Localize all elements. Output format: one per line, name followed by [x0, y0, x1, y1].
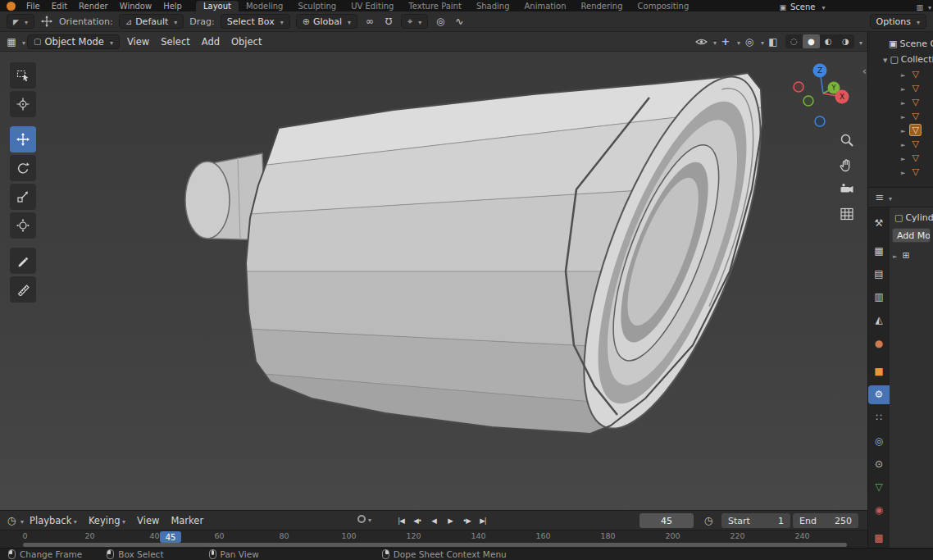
- orientation-dropdown[interactable]: Default: [119, 14, 184, 29]
- timeline-editor-type-icon[interactable]: [5, 513, 18, 528]
- visibility-eye-icon[interactable]: [695, 34, 708, 49]
- collapsed-arrow-icon[interactable]: [901, 111, 905, 121]
- view-layer-caret-icon[interactable]: [926, 2, 931, 11]
- outliner-object-row[interactable]: [868, 109, 933, 123]
- topbar-menu[interactable]: Window: [114, 1, 157, 11]
- viewport-menu[interactable]: Object: [225, 36, 267, 48]
- tab-material[interactable]: ◉: [868, 501, 890, 520]
- viewport-menu[interactable]: Add: [196, 36, 225, 48]
- shading-material[interactable]: ◐: [820, 34, 837, 48]
- workspace-tab[interactable]: Rendering: [573, 1, 630, 11]
- timeline-menu[interactable]: Playback: [24, 515, 83, 526]
- workspace-tab[interactable]: Modeling: [239, 1, 291, 11]
- ortho-grid-icon[interactable]: [839, 206, 855, 222]
- shading-solid[interactable]: ●: [803, 34, 820, 48]
- scene-caret-icon[interactable]: [819, 2, 825, 11]
- tab-render[interactable]: ▦: [868, 241, 890, 260]
- tool-transform[interactable]: [10, 212, 36, 239]
- tool-select-box[interactable]: [10, 62, 36, 89]
- tab-tool[interactable]: ⚒: [868, 213, 890, 232]
- topbar-menu[interactable]: File: [20, 1, 46, 11]
- collapsed-arrow-icon[interactable]: [901, 139, 905, 149]
- topbar-menu[interactable]: Help: [157, 1, 188, 11]
- outliner-object-row[interactable]: [868, 137, 933, 151]
- visibility-caret-icon[interactable]: [711, 36, 717, 48]
- collapsed-arrow-icon[interactable]: [901, 97, 905, 107]
- viewport-menu[interactable]: View: [121, 36, 155, 48]
- outliner-object-row[interactable]: [868, 123, 933, 137]
- viewport-3d[interactable]: Z Y X: [0, 52, 867, 510]
- play-reverse[interactable]: ◀: [426, 513, 441, 528]
- snap-dropdown[interactable]: [401, 14, 428, 29]
- options-dropdown[interactable]: Options: [870, 14, 926, 29]
- collapsed-arrow-icon[interactable]: [901, 69, 905, 80]
- tab-particles[interactable]: ∷: [868, 408, 890, 427]
- workspace-tab[interactable]: Animation: [517, 1, 574, 11]
- tab-constraints[interactable]: ⊙: [868, 454, 890, 473]
- workspace-tab[interactable]: Texture Paint: [401, 1, 469, 11]
- tab-object[interactable]: ■: [868, 362, 890, 380]
- blender-logo-icon[interactable]: [7, 2, 16, 11]
- overlays-toggle-icon[interactable]: [743, 34, 756, 49]
- camera-view-icon[interactable]: [839, 181, 855, 198]
- zoom-icon[interactable]: [839, 132, 855, 148]
- end-frame-field[interactable]: End250: [793, 513, 858, 528]
- tool-move[interactable]: [10, 126, 36, 153]
- collapsed-arrow-icon[interactable]: [901, 166, 905, 177]
- start-frame-field[interactable]: Start1: [721, 513, 790, 528]
- stopwatch-icon[interactable]: [702, 513, 715, 528]
- transform-orientation-dropdown[interactable]: Global: [296, 14, 357, 29]
- outliner-object-row[interactable]: [868, 67, 933, 81]
- view-layer-icon[interactable]: [916, 3, 923, 11]
- timeline-menu[interactable]: View: [131, 515, 165, 526]
- collapsed-arrow-icon[interactable]: [893, 249, 897, 261]
- playhead[interactable]: 45: [160, 531, 181, 543]
- properties-editor-type-icon[interactable]: [873, 190, 886, 205]
- drag-dropdown[interactable]: Select Box: [221, 14, 290, 29]
- topbar-menu[interactable]: Render: [73, 1, 114, 11]
- tool-annotate[interactable]: [10, 248, 36, 274]
- outliner-scene-collection[interactable]: Scene Collection: [868, 36, 933, 52]
- collapsed-arrow-icon[interactable]: [901, 153, 905, 163]
- tab-view-layer[interactable]: ▥: [868, 288, 890, 307]
- auto-keying-toggle[interactable]: [357, 513, 371, 525]
- tab-scene[interactable]: ◭: [868, 311, 890, 330]
- outliner-object-row[interactable]: [868, 151, 933, 165]
- topbar-menu[interactable]: Edit: [46, 1, 73, 11]
- tool-cursor[interactable]: [10, 91, 36, 117]
- gizmos-caret-icon[interactable]: [735, 36, 740, 48]
- tab-texture[interactable]: ▩: [868, 529, 890, 548]
- collapsed-arrow-icon[interactable]: [901, 125, 905, 135]
- snap-target-icon[interactable]: [363, 14, 376, 29]
- shading-wireframe[interactable]: ◌: [785, 34, 803, 48]
- editor-type-icon[interactable]: [5, 34, 18, 49]
- timeline-ruler[interactable]: 020406080100120140160180200220240 45: [0, 530, 867, 548]
- workspace-tab[interactable]: Shading: [469, 1, 517, 11]
- modifier-row[interactable]: [890, 244, 933, 261]
- scene-selector[interactable]: Scene: [789, 2, 817, 11]
- add-modifier-button[interactable]: Add Modifier: [892, 228, 931, 243]
- tool-scale[interactable]: [10, 184, 36, 210]
- timeline-menu[interactable]: Keying: [83, 515, 131, 526]
- tab-physics[interactable]: ◎: [868, 431, 890, 450]
- shading-rendered[interactable]: ◑: [837, 34, 854, 48]
- outliner-object-row[interactable]: [868, 95, 933, 109]
- proportional-editing-icon[interactable]: [434, 14, 447, 29]
- tab-data[interactable]: ▽: [868, 477, 890, 496]
- sidebar-collapse-icon[interactable]: [862, 65, 867, 77]
- outliner-object-row[interactable]: [868, 165, 933, 179]
- prev-keyframe[interactable]: ◀•: [410, 513, 425, 528]
- timeline-editor-caret-icon[interactable]: [18, 515, 24, 526]
- play[interactable]: ▶: [443, 513, 457, 528]
- jump-to-end[interactable]: ▶|: [476, 513, 490, 528]
- shading-caret-icon[interactable]: [857, 36, 862, 48]
- falloff-curve-icon[interactable]: [453, 14, 466, 29]
- workspace-tab[interactable]: Compositing: [630, 1, 697, 11]
- mode-dropdown[interactable]: Object Mode: [27, 34, 120, 49]
- tab-world[interactable]: ●: [868, 334, 890, 353]
- tool-rotate[interactable]: [10, 155, 36, 181]
- workspace-tab[interactable]: UV Editing: [344, 1, 401, 11]
- outliner-object-row[interactable]: [868, 81, 933, 95]
- expanded-arrow-icon[interactable]: [883, 54, 887, 65]
- overlays-caret-icon[interactable]: [758, 36, 764, 48]
